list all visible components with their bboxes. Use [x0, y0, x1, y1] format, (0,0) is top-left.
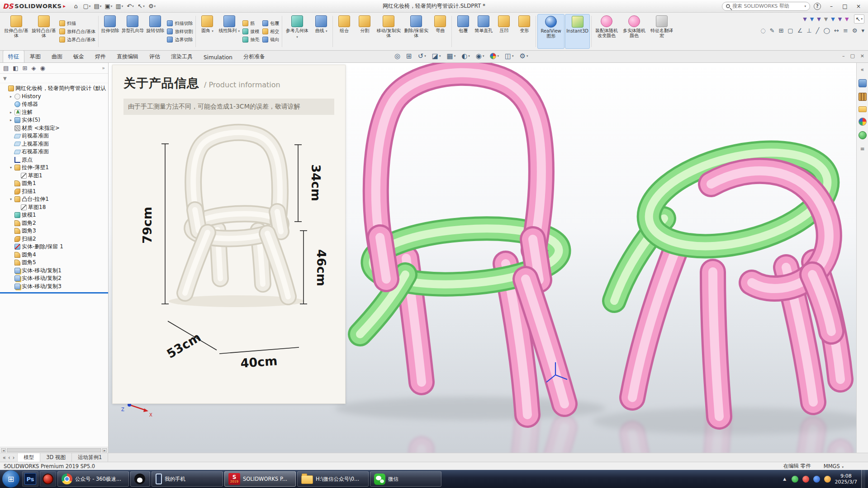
photoshop-pinned-button[interactable]: Ps	[22, 471, 38, 487]
doc-minimize-button[interactable]: –	[842, 53, 845, 59]
filter-sketch-icon[interactable]: ▼	[838, 16, 842, 22]
filter-solid-bodies-icon[interactable]: ▼	[824, 16, 828, 22]
solidworks-task-button[interactable]: S2019SOLIDWORKS P...	[224, 471, 296, 487]
doc-close-button[interactable]: ×	[860, 53, 864, 59]
tree-item[interactable]: 圆角4	[0, 251, 108, 259]
custom-properties-icon[interactable]: ≡	[859, 145, 867, 153]
rollback-bar[interactable]	[0, 292, 108, 294]
wechat-task-button[interactable]: 微信	[370, 471, 441, 487]
scrollbar-thumb[interactable]	[7, 448, 101, 452]
minimize-button[interactable]: –	[825, 1, 838, 11]
lofted-boss-button[interactable]: 放样凸台/基体	[59, 28, 95, 35]
recorder-pinned-button[interactable]	[40, 471, 56, 487]
tree-item[interactable]: 扫描2	[0, 235, 108, 243]
flex-button[interactable]: 弯曲	[430, 14, 450, 49]
revolved-cut-button[interactable]: 旋转切除	[145, 14, 165, 49]
zoom-area-icon[interactable]: ⊞	[406, 52, 412, 60]
apply-scene-icon[interactable]: ◫▾	[505, 52, 514, 60]
shell-button[interactable]: 抽壳	[242, 37, 259, 43]
tree-item[interactable]: 草图1	[0, 172, 108, 180]
delete-keep-body-button[interactable]: 删除/保留实体	[403, 14, 430, 49]
more-tools-icon[interactable]: ▾	[861, 27, 864, 34]
deform-button[interactable]: 变形	[514, 14, 534, 49]
lofted-cut-button[interactable]: 放样切割	[167, 28, 193, 35]
filter-edges-icon[interactable]: ▼	[810, 16, 814, 22]
open-document-button[interactable]: ▤▾	[93, 1, 103, 11]
tree-item[interactable]: 扫描1	[0, 188, 108, 196]
tree-item[interactable]: 实体-移动/复制2	[0, 275, 108, 283]
taskpane-collapse-icon[interactable]: «	[859, 66, 867, 74]
measure-icon[interactable]: ◌	[760, 27, 765, 34]
extruded-cut-button[interactable]: 拉伸切除	[100, 14, 120, 49]
taskbar-clock[interactable]: 9:08 2025/3/7	[835, 473, 857, 485]
extruded-boss-base-button[interactable]: 拉伸凸台/基体	[3, 14, 30, 49]
list-icon[interactable]: ≡	[843, 27, 848, 34]
linear-pattern-button[interactable]: 线性阵列 ▾	[218, 14, 241, 49]
feature-name-translate-button[interactable]: 特征名翻译宏	[648, 14, 675, 49]
model-tabs-next-icon[interactable]: ›	[13, 455, 15, 461]
tree-item[interactable]: 传感器	[0, 100, 108, 109]
hole-wizard-button[interactable]: 异型孔向导	[120, 14, 145, 49]
new-document-button[interactable]: ▢▾	[82, 1, 92, 11]
chevron-down-icon[interactable]: ▾	[9, 197, 13, 201]
graphics-viewport[interactable]: Y X Z 关于产品信息 / Product information 由于手工测…	[109, 63, 856, 453]
qq-task-button[interactable]	[130, 471, 150, 487]
close-button[interactable]: ×	[852, 1, 865, 11]
maximize-button[interactable]: □	[838, 1, 852, 11]
intersect-button[interactable]: 相交	[262, 28, 279, 35]
panel-horizontal-scrollbar[interactable]: ◄ ►	[0, 447, 108, 453]
sketch-tool-icon[interactable]: ✎	[770, 27, 775, 34]
wrap-button[interactable]: 包覆	[262, 20, 279, 27]
circle-icon[interactable]: ◯	[823, 27, 830, 34]
fillet-button[interactable]: 圆角 ▾	[197, 14, 217, 49]
displaymanager-tab[interactable]: ◉	[40, 65, 45, 71]
tray-network-icon[interactable]	[813, 476, 820, 483]
browser-task-button[interactable]: 公众号 - 360极速...	[57, 471, 129, 487]
filter-surface-bodies-icon[interactable]: ▼	[831, 16, 835, 22]
mirror-button[interactable]: 镜向	[262, 37, 279, 43]
draft-button[interactable]: 拔模	[242, 28, 259, 35]
tree-item[interactable]: 圆角2	[0, 219, 108, 227]
scenes-icon[interactable]	[859, 131, 867, 139]
tray-update-icon[interactable]	[824, 476, 831, 483]
angle-icon[interactable]: ∠	[797, 27, 803, 34]
tab-simulation[interactable]: Simulation	[198, 52, 238, 62]
tree-item[interactable]: 网红化妆椅，轻奢简约弯管设计 (默认 <	[0, 85, 108, 93]
tree-filter-row[interactable]: ▼	[0, 74, 108, 83]
swept-boss-button[interactable]: 扫描	[59, 20, 95, 27]
scroll-left-icon[interactable]: ◄	[1, 448, 6, 452]
tab-sheet-metal[interactable]: 钣金	[68, 50, 90, 62]
solidworks-resources-icon[interactable]	[859, 79, 867, 87]
hide-show-items-icon[interactable]: ◉▾	[476, 52, 484, 60]
tab-analysis-prep[interactable]: 分析准备	[238, 50, 270, 62]
boundary-cut-button[interactable]: 边界切除	[167, 37, 193, 43]
assembly-random-color-button[interactable]: 装配体随机改变颜色	[593, 14, 620, 49]
zoom-fit-icon[interactable]: ◎	[394, 52, 400, 60]
move-copy-bodies-button[interactable]: 移动/复制实体	[375, 14, 402, 49]
file-explorer-icon[interactable]	[859, 106, 867, 112]
undo-button[interactable]: ↶▾	[125, 1, 135, 11]
featuremanager-tree-tab[interactable]: ▤	[3, 65, 9, 71]
filter-faces-icon[interactable]: ▼	[817, 16, 821, 22]
tab-evaluate[interactable]: 评估	[144, 50, 166, 62]
edit-appearance-icon[interactable]: ▾	[490, 53, 499, 59]
tree-item[interactable]: 实体-移动/复制1	[0, 267, 108, 275]
tray-safety-icon[interactable]	[792, 476, 798, 483]
tree-item[interactable]: 圆角1	[0, 180, 108, 188]
search-input[interactable]	[732, 3, 802, 9]
start-button[interactable]: ⊞	[2, 470, 19, 488]
perpendicular-icon[interactable]: ⊥	[806, 27, 811, 34]
search-dropdown-icon[interactable]: ▾	[804, 5, 806, 8]
filter-vertices-icon[interactable]: ▼	[803, 16, 806, 22]
revolved-boss-base-button[interactable]: 旋转凸台/基体	[30, 14, 57, 49]
help-search-box[interactable]: ▾	[722, 2, 810, 11]
previous-view-icon[interactable]: ↺▾	[418, 52, 426, 60]
model-tab-3d-views[interactable]: 3D 视图	[40, 453, 72, 462]
model-tabs-first-icon[interactable]: «	[3, 455, 6, 461]
propertymanager-tab[interactable]: ◧	[13, 65, 18, 71]
tray-expand-icon[interactable]: ▲	[782, 476, 787, 483]
tree-item[interactable]: ▸History	[0, 93, 108, 101]
tab-render-tools[interactable]: 渲染工具	[166, 50, 198, 62]
tree-item[interactable]: ▾凸台-拉伸1	[0, 195, 108, 204]
tree-item[interactable]: 圆角3	[0, 227, 108, 235]
